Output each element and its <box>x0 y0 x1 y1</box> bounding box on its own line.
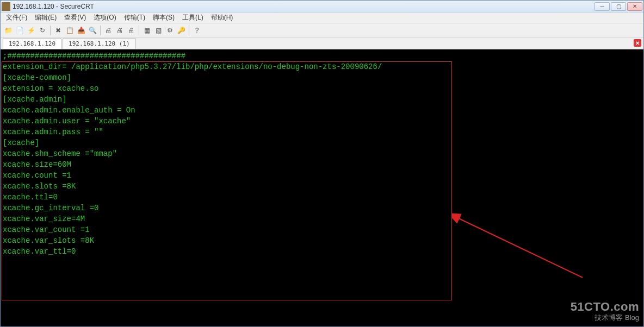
watermark: 51CTO.com 技术博客 Blog <box>571 301 639 323</box>
properties-icon[interactable]: ⚙ <box>164 25 175 36</box>
terminal-line: xcache.var_count =1 <box>3 224 641 235</box>
terminal-line: xcache.var_size=4M <box>3 213 641 224</box>
cascade-icon[interactable]: ▧ <box>153 25 164 36</box>
menu-tools[interactable]: 工具(L) <box>179 12 207 23</box>
key-icon[interactable]: 🔑 <box>176 25 187 36</box>
terminal-line: xcache.count =1 <box>3 170 641 181</box>
terminal-line: xcache.shm_scheme ="mmap" <box>3 148 641 159</box>
quick-icon[interactable]: ⚡ <box>26 25 36 36</box>
toolbar: 📁 📄 ⚡ ↻ ✖ 📋 📥 🔍 🖨 🖨 🖨 ▦ ▧ ⚙ 🔑 ? <box>1 23 643 37</box>
window-title: 192.168.1.120 - SecureCRT <box>13 3 595 10</box>
tab-session-1[interactable]: 192.168.1.120 <box>3 38 61 49</box>
terminal-line: [xcache-common] <box>3 72 641 83</box>
maximize-button[interactable]: ▢ <box>611 2 626 11</box>
minimize-button[interactable]: ─ <box>595 2 610 11</box>
terminal-line: [xcache] <box>3 137 641 148</box>
folder-icon[interactable]: 📁 <box>3 25 14 36</box>
copy-icon[interactable]: 📋 <box>64 25 75 36</box>
toolbar-separator <box>50 26 51 35</box>
paste-icon[interactable]: 📥 <box>76 25 86 36</box>
menu-edit[interactable]: 编辑(E) <box>32 12 60 23</box>
disconnect-icon[interactable]: ✖ <box>53 25 64 36</box>
sessions-icon[interactable]: 📄 <box>14 25 25 36</box>
terminal-line: xcache.admin.pass = "" <box>3 127 641 137</box>
menu-transfer[interactable]: 传输(T) <box>121 12 148 23</box>
help-icon[interactable]: ? <box>191 25 202 36</box>
terminal-line: xcache.ttl=0 <box>3 192 641 203</box>
find-icon[interactable]: 🔍 <box>87 25 98 36</box>
toolbar-separator <box>139 26 139 35</box>
terminal-line: xcache.slots =8K <box>3 181 641 192</box>
terminal-line: xcache.admin.user = "xcache" <box>3 116 641 127</box>
menu-options[interactable]: 选项(O) <box>90 12 119 23</box>
print-icon[interactable]: 🖨 <box>103 25 114 36</box>
menu-view[interactable]: 查看(V) <box>61 12 89 23</box>
tile-icon[interactable]: ▦ <box>141 25 152 36</box>
printer-icon[interactable]: 🖨 <box>114 25 125 36</box>
titlebar: 192.168.1.120 - SecureCRT ─ ▢ ✕ <box>1 1 643 12</box>
reconnect-icon[interactable]: ↻ <box>37 25 48 36</box>
tabbar: 192.168.1.120 192.168.1.120 (1) ✕ <box>1 37 643 49</box>
menu-file[interactable]: 文件(F) <box>3 12 30 23</box>
terminal-line: xcache.var_ttl=0 <box>3 246 641 257</box>
terminal-line: [xcache.admin] <box>3 94 641 105</box>
app-icon <box>2 2 10 11</box>
terminal-line: extension_dir= /application/php5.3.27/li… <box>3 61 641 72</box>
printer2-icon[interactable]: 🖨 <box>126 25 137 36</box>
menu-help[interactable]: 帮助(H) <box>208 12 237 23</box>
watermark-line1: 51CTO.com <box>571 301 639 312</box>
window-controls: ─ ▢ ✕ <box>595 2 642 11</box>
terminal-line: xcache.size=60M <box>3 159 641 170</box>
menubar: 文件(F) 编辑(E) 查看(V) 选项(O) 传输(T) 脚本(S) 工具(L… <box>1 12 643 23</box>
tab-session-2[interactable]: 192.168.1.120 (1) <box>63 38 136 49</box>
menu-script[interactable]: 脚本(S) <box>150 12 178 23</box>
toolbar-separator <box>100 26 101 35</box>
toolbar-separator <box>189 26 189 35</box>
tab-label: 192.168.1.120 (1) <box>69 40 130 47</box>
close-button[interactable]: ✕ <box>627 2 642 11</box>
terminal-line: xcache.admin.enable_auth = On <box>3 105 641 116</box>
close-icon[interactable]: ✕ <box>634 39 641 47</box>
app-window: 192.168.1.120 - SecureCRT ─ ▢ ✕ 文件(F) 编辑… <box>0 0 644 327</box>
terminal-line: ;####################################### <box>3 51 641 61</box>
terminal-line: xcache.gc_interval =0 <box>3 203 641 213</box>
terminal-line: xcache.var_slots =8K <box>3 235 641 246</box>
tab-label: 192.168.1.120 <box>9 40 55 47</box>
watermark-line2: 技术博客 Blog <box>571 312 639 323</box>
terminal[interactable]: ;#######################################… <box>1 49 643 326</box>
terminal-line: extension = xcache.so <box>3 83 641 94</box>
